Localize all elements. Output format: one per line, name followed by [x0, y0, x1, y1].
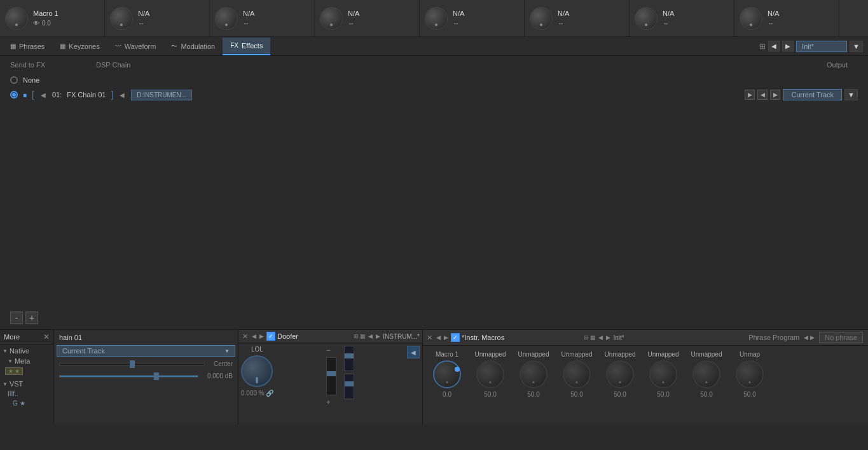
- macro-knob-circle-4[interactable]: [563, 360, 591, 388]
- doofer-title: Doofer: [277, 332, 352, 340]
- doofer-vslider3-handle[interactable]: [345, 381, 354, 386]
- macro-knob-circle-3[interactable]: [520, 360, 548, 388]
- keyzones-icon: ▦: [60, 43, 65, 50]
- macros-path-nav-right[interactable]: ▶: [605, 334, 611, 341]
- tab-waveform[interactable]: 〰 Waveform: [107, 38, 164, 55]
- phrase-nav-right[interactable]: ▶: [810, 334, 815, 341]
- macro-item-2: N/A↔: [105, 0, 210, 36]
- chain-nav-left[interactable]: ◀: [39, 92, 47, 99]
- tab-modulation[interactable]: 〜 Modulation: [163, 38, 223, 55]
- tab-phrases[interactable]: ▦ Phrases: [3, 38, 52, 55]
- macro-knob-circle-2[interactable]: [476, 360, 504, 388]
- doofer-nav-right-btn[interactable]: ▶: [259, 333, 265, 339]
- tab-effects[interactable]: FX Effects: [223, 38, 270, 55]
- macro-knob-2[interactable]: [110, 7, 133, 30]
- native-label: Native: [10, 347, 29, 355]
- sidebar-native-header[interactable]: ▼ Native: [3, 346, 51, 356]
- sidebar-meta-section[interactable]: ▼ Meta: [3, 356, 51, 366]
- fx-chain-radio[interactable]: [10, 91, 18, 99]
- doofer-vslider2-handle[interactable]: [345, 353, 354, 358]
- macro-knob-value-6: 50.0: [657, 391, 669, 398]
- fx-output-arrow-right[interactable]: ▶: [745, 90, 755, 100]
- doofer-path-nav-right[interactable]: ▶: [375, 333, 381, 339]
- nav-right-btn[interactable]: ▶: [782, 41, 794, 51]
- star-badge[interactable]: ★ ★: [5, 367, 23, 375]
- phrase-nav-left[interactable]: ◀: [804, 334, 808, 341]
- macro-knob-circle-1[interactable]: [433, 360, 461, 388]
- macros-path-nav-left[interactable]: ◀: [598, 334, 603, 341]
- sidebar-vst-header[interactable]: ▼ VST: [3, 379, 51, 389]
- nav-left-btn[interactable]: ◀: [768, 41, 780, 51]
- macro-knob-circle-7[interactable]: [692, 360, 720, 388]
- tab-keyzones[interactable]: ▦ Keyzones: [52, 38, 107, 55]
- init-label: Init*: [796, 41, 847, 52]
- doofer-plus-btn[interactable]: +: [326, 398, 336, 407]
- macro-knob-3[interactable]: [215, 7, 238, 30]
- fx-chain-name: FX Chain 01: [67, 91, 106, 99]
- fx-output-nav-right[interactable]: ▶: [770, 90, 780, 100]
- doofer-back-area: ◀: [407, 346, 420, 358]
- add-effect-btn[interactable]: +: [25, 311, 38, 324]
- pan-fader-track[interactable]: [59, 363, 205, 365]
- macros-icon2[interactable]: ▦: [590, 334, 596, 341]
- instr-macros-header: ✕ ◀ ▶ ✓ *Instr. Macros ⊞ ▦ ◀ ▶ Init* Phr…: [423, 330, 868, 346]
- effects-footer: - +: [0, 306, 868, 329]
- volume-fader-thumb[interactable]: [154, 372, 159, 380]
- macros-icon1[interactable]: ⊞: [584, 334, 589, 341]
- doofer-back-btn[interactable]: ◀: [407, 346, 420, 358]
- doofer-path-nav-left[interactable]: ◀: [368, 333, 373, 339]
- macro-knob-label-1: Macro 1: [436, 351, 458, 358]
- sidebar-vst-subitem[interactable]: G ★: [3, 399, 51, 408]
- current-track-select[interactable]: Current Track ▼: [57, 345, 235, 357]
- macro-knob-6[interactable]: [530, 7, 553, 30]
- doofer-panel-icons: ⊞ ▦: [354, 333, 366, 339]
- macros-enable-checkbox[interactable]: ✓: [451, 333, 460, 342]
- macro-item-4: N/A↔: [315, 0, 420, 36]
- doofer-icon1[interactable]: ⊞: [354, 333, 359, 339]
- macro-knob-8[interactable]: [740, 7, 762, 30]
- macro-knob-item-7: Unmapped 50.0: [687, 351, 726, 398]
- sidebar-vst-item[interactable]: IIIf..: [3, 389, 51, 399]
- none-label: None: [23, 76, 39, 84]
- doofer-vslider-handle[interactable]: [327, 371, 336, 376]
- macros-init-label: Init*: [613, 334, 624, 341]
- macro-knob-5[interactable]: [425, 7, 448, 30]
- macro-knob-1[interactable]: [5, 7, 28, 30]
- grid-icon: ⊞: [759, 42, 766, 51]
- doofer-nav-left-btn[interactable]: ◀: [251, 333, 257, 339]
- volume-fader-track[interactable]: [59, 375, 198, 378]
- doofer-knob[interactable]: [241, 355, 273, 387]
- path-nav-left[interactable]: ◀: [118, 92, 126, 99]
- macro-knob-value-3: 50.0: [527, 391, 539, 398]
- macro-knob-circle-6[interactable]: [649, 360, 677, 388]
- doofer-vertical-slider[interactable]: [326, 357, 336, 395]
- pan-fader-thumb[interactable]: [130, 360, 135, 368]
- macro-knob-circle-5[interactable]: [606, 360, 634, 388]
- doofer-vslider2[interactable]: [344, 346, 354, 371]
- current-track-dropdown[interactable]: ▼: [844, 89, 858, 100]
- macro-value-1: 👁 0.0: [33, 20, 59, 27]
- doofer-vslider3[interactable]: [344, 374, 354, 399]
- doofer-enable-checkbox[interactable]: ✓: [266, 332, 275, 341]
- preset-dropdown-btn[interactable]: ▼: [850, 41, 863, 52]
- doofer-value: 0.000 % 🔗: [241, 390, 273, 397]
- macro-knob-4[interactable]: [320, 7, 343, 30]
- macro-knob-7[interactable]: [635, 7, 658, 30]
- macro-knob-circle-8[interactable]: [736, 360, 764, 388]
- remove-effect-btn[interactable]: -: [10, 311, 23, 324]
- macro-knob-label-3: Unmapped: [518, 351, 549, 358]
- fx-path-btn[interactable]: D:INSTRUMEN...: [131, 90, 192, 100]
- modulation-icon: 〜: [171, 42, 177, 51]
- none-radio[interactable]: [10, 76, 18, 84]
- doofer-close-btn[interactable]: ✕: [241, 332, 249, 341]
- macros-nav-right-btn[interactable]: ▶: [443, 334, 449, 341]
- doofer-link-icon: 🔗: [266, 390, 273, 397]
- macros-nav-left-btn[interactable]: ◀: [436, 334, 441, 341]
- doofer-icon2[interactable]: ▦: [360, 333, 366, 339]
- fx-output-nav-left[interactable]: ◀: [757, 90, 768, 100]
- macro-knob-item-6: Unmapped 50.0: [644, 351, 682, 398]
- current-track-btn[interactable]: Current Track: [783, 89, 842, 100]
- macros-close-btn[interactable]: ✕: [425, 334, 434, 342]
- doofer-minus-btn[interactable]: −: [326, 346, 336, 355]
- sidebar-close-btn[interactable]: ✕: [43, 332, 50, 341]
